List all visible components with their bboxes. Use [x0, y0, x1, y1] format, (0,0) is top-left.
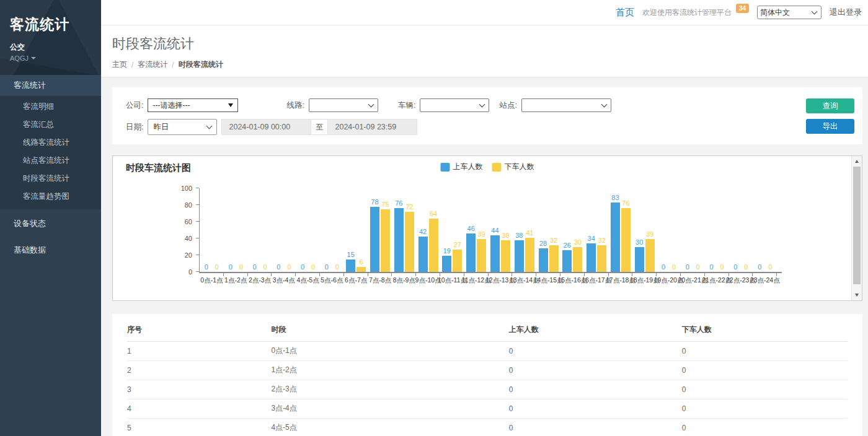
bar-column: 0 [236, 188, 246, 272]
bar-column: 0 [332, 188, 342, 272]
table-cell: 0 [682, 361, 848, 380]
bar-上车人数 [539, 248, 548, 272]
scrollbar-up-arrow[interactable] [852, 157, 862, 166]
filter-row-1: 公司: ---请选择--- 线路: 车辆: 站点: [126, 98, 862, 112]
x-axis-label: 5点-6点 [321, 276, 343, 285]
bar-column: 32 [597, 188, 606, 272]
export-button[interactable]: 导出 [806, 119, 854, 134]
bar-column: 26 [562, 188, 572, 272]
x-axis-label: 6点-7点 [345, 276, 367, 285]
table-cell: 0 [682, 399, 848, 419]
scrollbar-down-arrow[interactable] [852, 290, 862, 300]
breadcrumb-item-主页[interactable]: 主页 [112, 59, 127, 70]
date-preset-select[interactable]: 昨日 [148, 119, 217, 135]
bar-下车人数 [453, 250, 462, 272]
bar-value-label: 41 [526, 229, 533, 237]
logout-link[interactable]: 退出登录 [830, 7, 862, 18]
bar-column: 76 [621, 188, 631, 272]
bar-value-label: 42 [419, 228, 427, 235]
bar-value-label: 0 [287, 263, 291, 271]
caret-down-icon [31, 57, 36, 59]
table-row: 32点-3点00 [127, 380, 848, 399]
sidebar-section-base-data[interactable]: 基础数据 [0, 238, 101, 263]
bar-group-22点-23点: 0022点-23点 [729, 188, 753, 272]
table-row: 21点-2点00 [127, 361, 848, 380]
bar-value-label: 0 [325, 263, 329, 271]
y-tick-label: 60 [185, 218, 192, 225]
bar-column: 41 [525, 188, 534, 272]
bar-下车人数 [549, 245, 559, 272]
bar-column: 0 [693, 188, 702, 272]
table-cell: 4 [127, 399, 271, 419]
legend-item-下车人数[interactable]: 下车人数 [492, 162, 534, 172]
bar-value-label: 38 [515, 232, 523, 239]
bar-column: 38 [515, 188, 524, 272]
bar-column: 0 [226, 188, 235, 272]
table-body: 10点-1点0021点-2点0032点-3点0043点-4点0054点-5点00… [127, 342, 848, 436]
y-tick-label: 80 [185, 201, 192, 209]
home-link[interactable]: 首页 [616, 7, 634, 19]
vehicle-select[interactable] [420, 98, 489, 112]
bar-column: 0 [670, 188, 679, 272]
scrollbar-thumb[interactable] [853, 167, 861, 284]
sidebar-item-客流量趋势图[interactable]: 客流量趋势图 [0, 188, 101, 206]
company-select[interactable]: ---请选择--- [148, 98, 238, 112]
x-axis-label: 8点-9点 [393, 276, 415, 285]
bar-column: 0 [285, 188, 294, 272]
table-cell: 0 [509, 361, 682, 380]
table-cell: 0 [509, 419, 682, 436]
line-select-wrap [309, 98, 378, 112]
bar-value-label: 83 [611, 194, 619, 201]
sidebar-item-站点客流统计[interactable]: 站点客流统计 [0, 152, 101, 170]
line-select[interactable] [309, 98, 378, 112]
app-logo-title: 客流统计 [10, 15, 92, 34]
x-axis-label: 2点-3点 [249, 276, 271, 285]
bar-group-15点-16点: 263015点-16点 [560, 188, 585, 272]
sidebar-item-客流明细[interactable]: 客流明细 [0, 98, 101, 116]
bar-group-13点-14点: 384113点-14点 [512, 188, 536, 272]
bar-column: 30 [573, 188, 582, 272]
org-code-dropdown[interactable]: AQGJ [10, 54, 92, 62]
bar-group-1点-2点: 001点-2点 [224, 188, 248, 272]
date-from-input[interactable]: 2024-01-09 00:00 [221, 119, 311, 135]
dropdown-triangle-icon [228, 103, 233, 107]
bar-下车人数 [356, 267, 366, 272]
station-select[interactable] [521, 98, 611, 112]
bar-group-20点-21点: 0020点-21点 [681, 188, 705, 272]
table-cell: 0 [682, 380, 848, 399]
language-select[interactable]: 简体中文 [757, 6, 822, 19]
sidebar-item-时段客流统计[interactable]: 时段客流统计 [0, 170, 101, 188]
y-tick-label: 40 [185, 235, 192, 242]
bar-group-19点-20点: 0019点-20点 [657, 188, 681, 272]
bar-value-label: 0 [301, 263, 304, 271]
date-to-input[interactable]: 2024-01-09 23:59 [327, 119, 417, 135]
bar-value-label: 32 [550, 237, 557, 244]
sidebar-section-passenger-stats[interactable]: 客流统计 [0, 75, 101, 96]
bar-value-label: 6 [360, 258, 363, 266]
chart-scrollbar[interactable] [851, 156, 862, 300]
bar-value-label: 0 [239, 263, 243, 271]
table-cell: 2点-3点 [271, 380, 508, 399]
bar-value-label: 0 [335, 263, 339, 271]
line-label: 线路: [286, 100, 304, 111]
table-cell: 4点-5点 [271, 419, 508, 436]
bar-group-4点-5点: 004点-5点 [296, 188, 320, 272]
bar-group-6点-7点: 1566点-7点 [344, 188, 368, 272]
bar-value-label: 0 [744, 263, 748, 271]
breadcrumb-item-客流统计[interactable]: 客流统计 [138, 59, 167, 70]
sidebar-item-客流汇总[interactable]: 客流汇总 [0, 116, 101, 134]
table-cell: 0 [682, 419, 848, 436]
bar-value-label: 26 [564, 242, 571, 249]
legend-item-上车人数[interactable]: 上车人数 [441, 162, 483, 172]
bar-value-label: 76 [622, 199, 629, 207]
sidebar-item-线路客流统计[interactable]: 线路客流统计 [0, 134, 101, 152]
legend-label: 下车人数 [505, 162, 534, 172]
y-tick-label: 100 [181, 185, 192, 192]
notification-badge[interactable]: 34 [736, 4, 749, 13]
sidebar-section-device-status[interactable]: 设备状态 [0, 211, 101, 236]
query-button[interactable]: 查询 [806, 98, 854, 113]
bar-value-label: 39 [646, 230, 653, 238]
bar-group-14点-15点: 283214点-15点 [536, 188, 560, 272]
bar-column: 0 [298, 188, 308, 272]
bar-column: 39 [477, 188, 486, 272]
